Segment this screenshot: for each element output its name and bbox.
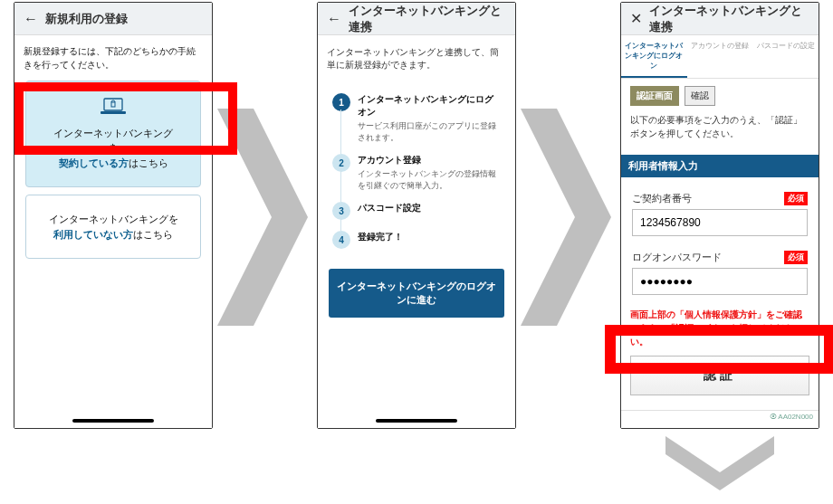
step-1: 1 インターネットバンキングにログオン サービス利用口座がこのアプリに登録されま…: [330, 88, 503, 148]
step-list: 1 インターネットバンキングにログオン サービス利用口座がこのアプリに登録されま…: [327, 82, 506, 256]
back-icon[interactable]: ←: [327, 12, 341, 26]
tab-account[interactable]: アカウントの登録: [687, 35, 753, 78]
appbar: ✕ インターネットバンキングと連携: [621, 3, 819, 35]
appbar-title: インターネットバンキングと連携: [649, 3, 809, 35]
info-text: 以下の必要事項をご入力のうえ、「認証」ボタンを押してください。: [630, 113, 809, 140]
close-icon[interactable]: ✕: [630, 12, 642, 26]
step-4: 4 登録完了！: [330, 225, 503, 254]
contract-number-input[interactable]: [632, 209, 808, 236]
highlight-red-box: [605, 325, 833, 374]
home-indicator: [72, 419, 154, 423]
flow-arrow-down-icon: [665, 436, 774, 493]
tab-passcode[interactable]: パスコードの設定: [752, 35, 819, 78]
step-3: 3 パスコード設定: [330, 196, 503, 225]
tab-logon[interactable]: インターネットバンキングにログオン: [621, 35, 687, 78]
appbar-title: 新規利用の登録: [45, 11, 128, 27]
phone-auth-form: ✕ インターネットバンキングと連携 インターネットバンキングにログオン アカウン…: [620, 2, 819, 429]
chip-confirm: 確認: [685, 86, 715, 106]
svg-marker-4: [521, 109, 611, 326]
card-no-contract[interactable]: インターネットバンキングを 利用していない方はこちら: [25, 195, 201, 259]
appbar: ← インターネットバンキングと連携: [318, 3, 515, 35]
instruction-text: 新規登録するには、下記のどちらかの手続きを行ってください。: [24, 44, 203, 71]
chip-auth-screen: 認証画面: [630, 86, 679, 106]
form-header: 利用者情報入力: [621, 155, 819, 177]
password-input[interactable]: [632, 268, 808, 295]
highlight-red-box: [14, 82, 237, 155]
back-icon[interactable]: ←: [24, 12, 38, 26]
phone-link-flow: ← インターネットバンキングと連携 インターネットバンキングと連携して、簡単に新…: [317, 2, 516, 429]
home-indicator: [376, 419, 457, 423]
required-badge: 必須: [784, 192, 808, 205]
lead-text: インターネットバンキングと連携して、簡単に新規登録ができます。: [327, 46, 506, 71]
appbar-title: インターネットバンキングと連携: [349, 3, 506, 35]
phone-new-registration: ← 新規利用の登録 新規登録するには、下記のどちらかの手続きを行ってください。 …: [14, 2, 213, 429]
progress-tabs: インターネットバンキングにログオン アカウントの登録 パスコードの設定: [621, 35, 819, 79]
flow-arrow-icon: [521, 109, 611, 326]
proceed-logon-button[interactable]: インターネットバンキングのログオンに進む: [329, 269, 504, 318]
contract-number-label: ご契約者番号: [632, 192, 692, 205]
required-badge: 必須: [784, 251, 808, 264]
step-2: 2 アカウント登録 インターネットバンキングの登録情報を引継ぐので簡単入力。: [330, 148, 503, 196]
screen-id: ⦿ AA02N000: [621, 410, 819, 423]
appbar: ← 新規利用の登録: [14, 3, 212, 35]
password-label: ログオンパスワード: [632, 251, 722, 264]
